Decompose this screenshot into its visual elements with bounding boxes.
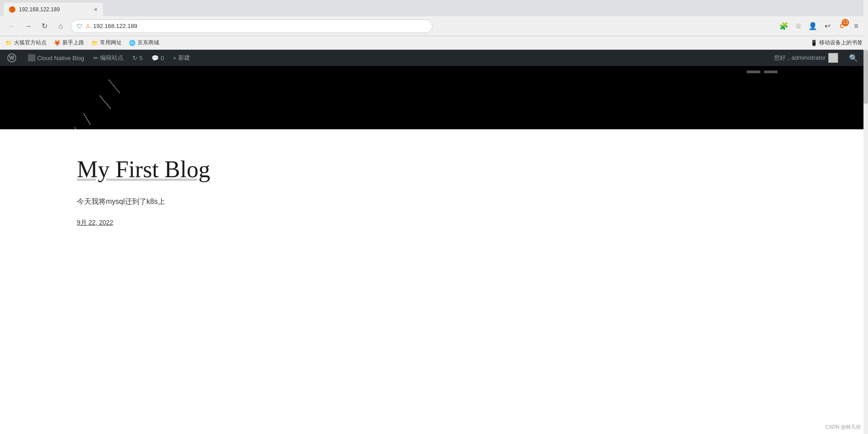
folder-icon: 📁	[91, 40, 98, 46]
svg-text:W: W	[9, 55, 14, 61]
admin-bar-right: 您好，administrator 🔍	[769, 50, 868, 66]
edit-site-label: 编辑站点	[100, 54, 123, 62]
site-favicon	[28, 54, 35, 61]
bookmark-item-huhu[interactable]: 📁 火狐官方站点	[5, 39, 47, 47]
toolbar-right: 🧩 ☆ 👤 ↩ C 13 ≡	[778, 20, 863, 33]
mobile-bookmarks-icon: 📱	[811, 40, 817, 46]
updates-count: 5	[139, 55, 142, 61]
header-decoration	[0, 66, 868, 129]
warning-icon: ⚠	[85, 23, 90, 29]
browser-tab-bar: 192.168.122.189 ✕	[0, 0, 868, 16]
admin-search-button[interactable]: 🔍	[844, 50, 863, 66]
back-button[interactable]: ←	[5, 20, 18, 33]
scrollbar[interactable]	[863, 0, 868, 434]
bookmark-item-newuser[interactable]: 🦊 新手上路	[54, 39, 84, 47]
comments-item[interactable]: 💬 0	[147, 50, 168, 66]
site-name-item[interactable]: Cloud Native Blog	[24, 50, 89, 66]
tab-title: 192.168.122.189	[19, 6, 60, 13]
svg-line-4	[84, 113, 90, 125]
mobile-bookmarks-label: 移动设备上的书签	[819, 39, 863, 47]
csdn-button[interactable]: C 13	[835, 20, 848, 33]
bookmark-label: 新手上路	[62, 39, 84, 47]
bookmark-item-common[interactable]: 📁 常用网址	[91, 39, 122, 47]
edit-site-item[interactable]: ✏ 编辑站点	[89, 50, 128, 66]
admin-bar-left: W Cloud Native Blog ✏ 编辑站点 ↻ 5 💬 0 + 新建	[0, 50, 194, 66]
firefox-icon: 🦊	[54, 40, 61, 46]
back-history-button[interactable]: ↩	[821, 20, 834, 33]
nav-item-1	[747, 71, 760, 73]
svg-line-5	[75, 127, 79, 129]
comments-count: 0	[161, 55, 164, 61]
address-text[interactable]: 192.168.122.189	[93, 23, 427, 29]
globe-icon: 🌐	[129, 40, 136, 46]
folder-icon: 📁	[5, 40, 12, 46]
bookmark-item-jd[interactable]: 🌐 京东商城	[129, 39, 159, 47]
browser-toolbar: ← → ↻ ⌂ 🛡 ⚠ 192.168.122.189 🧩 ☆ 👤 ↩ C 13…	[0, 16, 868, 36]
bookmarks-bar: 📁 火狐官方站点 🦊 新手上路 📁 常用网址 🌐 京东商城 📱 移动设备上的书签	[0, 36, 868, 50]
wp-logo-button[interactable]: W	[0, 50, 24, 66]
admin-avatar	[828, 53, 838, 63]
page-footer: CSDN @林凡佼	[825, 424, 861, 430]
extensions-button[interactable]: 🧩	[778, 20, 790, 33]
blog-post-title[interactable]: My First Blog	[77, 156, 791, 182]
svg-line-3	[100, 95, 111, 109]
blog-post-date[interactable]: 9月 22, 2022	[77, 219, 113, 226]
nav-item-2	[764, 71, 778, 73]
security-icon: 🛡	[76, 23, 83, 30]
browser-tab[interactable]: 192.168.122.189 ✕	[4, 3, 103, 16]
new-icon: +	[173, 55, 177, 61]
profile-button[interactable]: 👤	[806, 20, 819, 33]
bookmark-button[interactable]: ☆	[792, 20, 805, 33]
site-name-label: Cloud Native Blog	[37, 55, 84, 61]
greeting-text: 您好，administrator	[774, 54, 825, 62]
browser-chrome: 192.168.122.189 ✕ ← → ↻ ⌂ 🛡 ⚠ 192.168.12…	[0, 0, 868, 50]
tab-favicon	[9, 6, 15, 13]
bookmark-label: 常用网址	[100, 39, 122, 47]
updates-icon: ↻	[133, 55, 138, 61]
site-main: My First Blog 今天我将mysql迁到了k8s上 9月 22, 20…	[0, 129, 868, 434]
reload-button[interactable]: ↻	[38, 20, 51, 33]
new-item[interactable]: + 新建	[169, 50, 195, 66]
menu-button[interactable]: ≡	[850, 20, 863, 33]
edit-icon: ✏	[93, 55, 98, 61]
tab-close-button[interactable]: ✕	[94, 7, 98, 13]
header-nav-area	[747, 71, 778, 73]
site-header	[0, 66, 868, 129]
blog-post-excerpt: 今天我将mysql迁到了k8s上	[77, 196, 791, 208]
notification-badge: 13	[842, 19, 849, 26]
wp-admin-bar: W Cloud Native Blog ✏ 编辑站点 ↻ 5 💬 0 + 新建 …	[0, 50, 868, 66]
bookmark-label: 京东商城	[138, 39, 159, 47]
new-label: 新建	[178, 54, 190, 62]
svg-line-2	[109, 80, 120, 93]
comments-icon: 💬	[152, 55, 159, 61]
scrollbar-thumb[interactable]	[863, 50, 868, 104]
admin-greeting[interactable]: 您好，administrator	[769, 53, 843, 63]
address-bar[interactable]: 🛡 ⚠ 192.168.122.189	[71, 19, 432, 33]
watermark-text: CSDN @林凡佼	[825, 424, 861, 429]
updates-item[interactable]: ↻ 5	[128, 50, 147, 66]
home-button[interactable]: ⌂	[54, 20, 67, 33]
bookmark-label: 火狐官方站点	[14, 39, 47, 47]
forward-button[interactable]: →	[22, 20, 34, 33]
mobile-bookmarks[interactable]: 📱 移动设备上的书签	[811, 39, 863, 47]
